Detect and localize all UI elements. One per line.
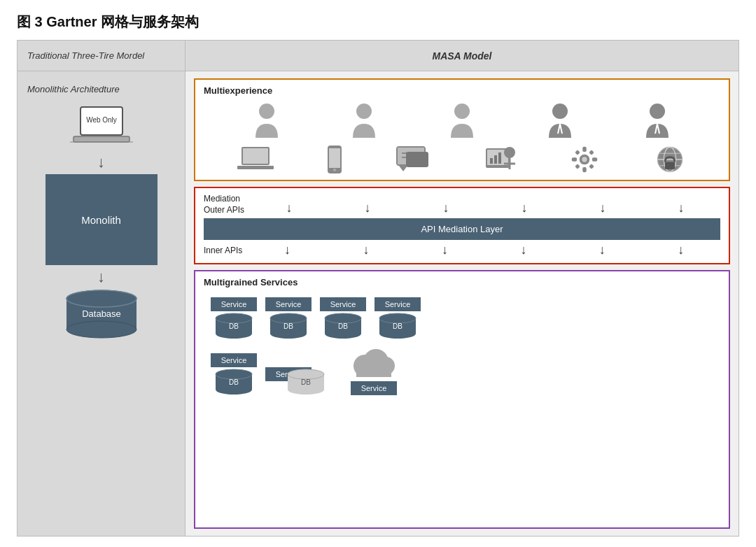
mediation-top: Mediation Outer APIs ↓↓↓↓↓↓ <box>204 194 720 215</box>
svc-box-3: Service <box>320 297 366 311</box>
svg-text:DB: DB <box>229 378 239 386</box>
service-unit-7: DB <box>285 369 327 395</box>
service-unit-5: Service DB <box>211 353 257 395</box>
person-icon-3 <box>448 101 476 138</box>
device-chat <box>396 146 430 173</box>
svg-point-65 <box>325 329 361 339</box>
person-icon-5 <box>643 101 671 138</box>
db-2: DB <box>267 313 309 339</box>
svg-point-60 <box>270 329 307 339</box>
multigrained-label: Multigrained Services <box>204 277 720 287</box>
multiexperience-label: Multiexperience <box>204 85 720 96</box>
device-gear <box>569 145 600 173</box>
svg-rect-41 <box>572 157 577 161</box>
page-title: 图 3 Gartner 网格与服务架构 <box>17 13 739 31</box>
svg-point-55 <box>216 329 252 339</box>
svg-rect-2 <box>74 136 130 142</box>
left-header: Traditional Three-Tire Mordel <box>18 41 185 71</box>
laptop-container: Web Only <box>70 106 133 148</box>
device-phone <box>326 145 343 173</box>
right-panel: MASA Model Multiexperience <box>186 41 738 536</box>
person-5 <box>643 101 671 138</box>
service-unit-4: Service DB <box>374 297 421 339</box>
database-container: Database <box>59 289 144 339</box>
svg-point-38 <box>582 157 587 162</box>
services-row2: Service DB Service <box>204 345 720 398</box>
right-sections: Multiexperience <box>186 71 738 536</box>
svg-point-75 <box>216 385 252 395</box>
svg-text:DB: DB <box>284 322 293 330</box>
svg-rect-40 <box>583 167 587 172</box>
service-unit-3: Service DB <box>320 297 366 339</box>
db-4: DB <box>377 313 419 339</box>
svc-box-2: Service <box>265 297 312 311</box>
svg-point-80 <box>288 385 324 395</box>
person-3 <box>448 101 476 138</box>
api-bar: API Mediation Layer <box>204 218 720 240</box>
svg-rect-39 <box>583 147 587 152</box>
device-row <box>204 145 720 174</box>
right-header: MASA Model <box>186 41 738 71</box>
monolithic-label: Monolithic Architedture <box>27 84 120 94</box>
svg-rect-52 <box>665 162 675 170</box>
svc-box-4: Service <box>374 297 421 311</box>
monolith-box: Monolith <box>46 174 158 265</box>
cloud-service-unit: Service <box>349 348 398 395</box>
people-row <box>204 101 720 138</box>
svg-rect-31 <box>490 158 493 164</box>
svg-rect-33 <box>498 152 501 164</box>
svg-point-10 <box>356 104 372 119</box>
svg-rect-32 <box>494 155 497 164</box>
db-1: DB <box>213 313 255 339</box>
mediation-section: Mediation Outer APIs ↓↓↓↓↓↓ API Mediatio… <box>194 187 730 264</box>
device-analytics <box>483 145 517 173</box>
laptop-icon: Web Only <box>70 106 133 148</box>
db-5: DB <box>213 369 255 395</box>
inner-arrows: ↓↓↓↓↓↓ <box>248 243 720 257</box>
svc-box-1: Service <box>211 297 257 311</box>
left-content: Monolithic Architedture Web Only ↓ M <box>18 71 185 536</box>
svg-point-23 <box>333 169 336 171</box>
person-2 <box>350 101 378 138</box>
arrow-1: ↓ <box>97 153 105 171</box>
svg-rect-19 <box>243 148 268 164</box>
svg-rect-44 <box>589 150 595 155</box>
person-icon-2 <box>350 101 378 138</box>
svg-text:DB: DB <box>338 322 348 330</box>
svg-text:DB: DB <box>393 322 402 330</box>
svg-rect-46 <box>589 164 595 169</box>
svg-text:Web Only: Web Only <box>86 116 117 124</box>
svg-rect-45 <box>575 164 581 169</box>
cloud-svc-box: Service <box>351 381 397 395</box>
device-laptop <box>237 147 274 172</box>
device-globe <box>653 145 687 174</box>
multigrained-section: Multigrained Services Service DB <box>194 270 730 529</box>
arrow-2: ↓ <box>97 268 105 286</box>
inner-apis-row: Inner APIs ↓↓↓↓↓↓ <box>204 243 720 257</box>
cloud-icon <box>349 348 398 378</box>
person-4 <box>546 101 574 138</box>
mediation-outer-label: Mediation Outer APIs <box>204 194 244 215</box>
svg-point-12 <box>552 104 568 119</box>
inner-apis-label: Inner APIs <box>204 246 242 255</box>
service-unit-1: Service DB <box>211 297 257 339</box>
svg-point-70 <box>379 329 416 339</box>
svg-rect-86 <box>356 366 391 377</box>
service-unit-2: Service DB <box>265 297 312 339</box>
person-1 <box>253 101 281 138</box>
db-6: DB <box>285 369 327 395</box>
svg-text:Database: Database <box>82 308 121 319</box>
services-layout: Service DB Service <box>204 294 720 342</box>
svg-point-6 <box>66 321 136 338</box>
database-icon: Database <box>59 289 144 339</box>
svg-rect-20 <box>237 166 274 169</box>
svg-point-9 <box>259 104 274 119</box>
svg-point-15 <box>650 104 665 119</box>
multiexperience-section: Multiexperience <box>194 78 730 181</box>
svg-rect-22 <box>329 148 340 168</box>
svg-text:DB: DB <box>229 322 239 330</box>
svg-rect-43 <box>575 150 581 155</box>
main-diagram: Traditional Three-Tire Mordel Monolithic… <box>17 40 739 537</box>
svg-point-34 <box>504 147 515 158</box>
svg-rect-28 <box>406 152 428 167</box>
